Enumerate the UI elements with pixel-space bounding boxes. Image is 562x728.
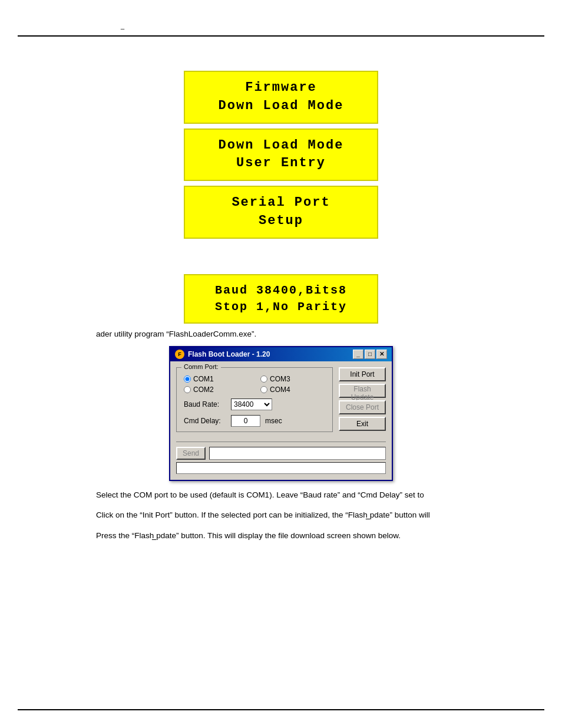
body-text-2: Click on the “Init Port” button. If the … bbox=[96, 509, 527, 521]
body-text-1-content: Select the COM port to be used (default … bbox=[96, 490, 424, 499]
dialog-app-icon: F bbox=[175, 350, 184, 359]
com3-radio-row: COM3 bbox=[260, 375, 325, 383]
serial-port-display-box: Serial Port Setup bbox=[184, 186, 378, 239]
flash-boot-loader-dialog: F Flash Boot Loader - 1.20 _ □ ✕ Comm Po… bbox=[169, 346, 393, 481]
com4-radio[interactable] bbox=[260, 386, 267, 393]
send-button[interactable]: Send bbox=[176, 447, 206, 460]
com3-radio[interactable] bbox=[260, 375, 267, 383]
dialog-bottom: Send bbox=[176, 442, 386, 474]
firmware-display-box: Firmware Down Load Mode bbox=[184, 71, 378, 124]
firmware-line1: Firmware bbox=[197, 79, 365, 97]
send-input[interactable] bbox=[209, 447, 386, 460]
body-text-1: Select the COM port to be used (default … bbox=[96, 489, 527, 501]
minimize-button[interactable]: _ bbox=[353, 350, 363, 359]
baud-display-box: Baud 38400,Bits8 Stop 1,No Parity bbox=[184, 274, 378, 324]
dialog-left-panel: Comm Port: COM1 COM3 bbox=[176, 367, 333, 437]
dialog-container: F Flash Boot Loader - 1.20 _ □ ✕ Comm Po… bbox=[0, 346, 562, 481]
baud-rate-row: Baud Rate: 9600 19200 38400 57600 115200 bbox=[184, 398, 325, 410]
cmd-delay-row: Cmd Delay: msec bbox=[184, 415, 325, 427]
exit-button[interactable]: Exit bbox=[339, 417, 386, 431]
cmd-delay-label: Cmd Delay: bbox=[184, 417, 226, 425]
baud-section: Baud 38400,Bits8 Stop 1,No Parity bbox=[0, 274, 562, 324]
com2-label: COM2 bbox=[193, 386, 214, 394]
send-row: Send bbox=[176, 447, 386, 460]
baud-line1: Baud 38400,Bits8 bbox=[197, 282, 365, 299]
com4-radio-row: COM4 bbox=[260, 386, 325, 394]
com2-radio[interactable] bbox=[184, 386, 191, 393]
serial-line2: Setup bbox=[197, 212, 365, 230]
com1-label: COM1 bbox=[193, 375, 214, 383]
helper-text: ader utility program “FlashLoaderComm.ex… bbox=[96, 328, 527, 340]
com3-label: COM3 bbox=[270, 375, 290, 383]
download-line1: Down Load Mode bbox=[197, 137, 365, 155]
download-mode-display-box: Down Load Mode User Entry bbox=[184, 129, 378, 182]
top-divider bbox=[18, 35, 544, 37]
msec-label: msec bbox=[265, 417, 282, 425]
comm-port-group: Comm Port: COM1 COM3 bbox=[176, 367, 333, 432]
serial-line1: Serial Port bbox=[197, 194, 365, 212]
body-text-3-content: Press the “Flash ̲pdate” button. This wi… bbox=[96, 531, 401, 540]
body-text-2-content: Click on the “Init Port” button. If the … bbox=[96, 510, 430, 519]
dialog-title: Flash Boot Loader - 1.20 bbox=[188, 350, 270, 358]
body-text-3: Press the “Flash ̲pdate” button. This wi… bbox=[96, 530, 527, 542]
helper-text-content: ader utility program “FlashLoaderComm.ex… bbox=[96, 330, 256, 338]
comm-port-label: Comm Port: bbox=[181, 363, 221, 370]
maximize-button[interactable]: □ bbox=[365, 350, 375, 359]
output-area bbox=[176, 462, 386, 474]
init-port-button[interactable]: Init Port bbox=[339, 367, 386, 381]
dialog-body: Comm Port: COM1 COM3 bbox=[170, 361, 392, 480]
com4-label: COM4 bbox=[270, 386, 290, 394]
bottom-divider bbox=[18, 709, 544, 710]
dialog-layout: Comm Port: COM1 COM3 bbox=[176, 367, 386, 437]
window-controls: _ □ ✕ bbox=[353, 350, 387, 359]
close-port-button[interactable]: Close Port bbox=[339, 400, 386, 414]
com1-radio[interactable] bbox=[184, 375, 191, 383]
dialog-right-buttons: Init Port FlashUpdate Close Port Exit bbox=[339, 367, 386, 437]
com1-radio-row: COM1 bbox=[184, 375, 249, 383]
close-button[interactable]: ✕ bbox=[376, 350, 387, 359]
radio-grid: COM1 COM3 COM2 bbox=[184, 375, 325, 394]
baud-rate-select[interactable]: 9600 19200 38400 57600 115200 bbox=[231, 398, 272, 410]
baud-rate-label: Baud Rate: bbox=[184, 400, 226, 409]
dialog-titlebar: F Flash Boot Loader - 1.20 _ □ ✕ bbox=[170, 347, 392, 361]
display-section: Firmware Down Load Mode Down Load Mode U… bbox=[0, 47, 562, 239]
cmd-delay-input[interactable] bbox=[231, 415, 260, 427]
content-area: Firmware Down Load Mode Down Load Mode U… bbox=[0, 47, 562, 699]
com2-radio-row: COM2 bbox=[184, 386, 249, 394]
firmware-line2: Down Load Mode bbox=[197, 97, 365, 116]
titlebar-left: F Flash Boot Loader - 1.20 bbox=[175, 350, 270, 359]
minimize-symbol: _ bbox=[121, 22, 124, 29]
flash-update-button[interactable]: FlashUpdate bbox=[339, 384, 386, 398]
download-line2: User Entry bbox=[197, 154, 365, 173]
baud-line2: Stop 1,No Parity bbox=[197, 299, 365, 315]
